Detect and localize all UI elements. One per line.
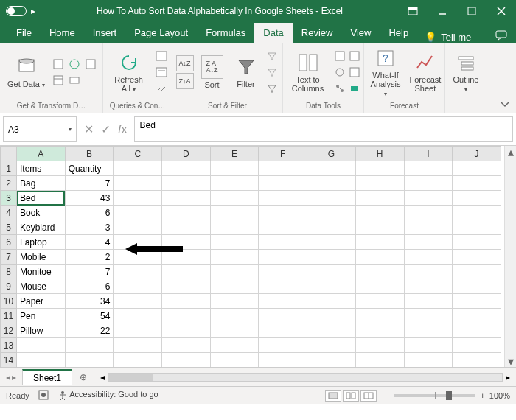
cell[interactable]	[259, 220, 307, 235]
cell[interactable]: 3	[65, 220, 114, 235]
formula-input[interactable]: Bed	[134, 116, 513, 142]
cell[interactable]	[114, 265, 162, 279]
cell[interactable]	[453, 161, 501, 176]
cell[interactable]: Monitoe	[17, 265, 66, 279]
from-web-icon[interactable]	[67, 57, 82, 71]
cell[interactable]	[162, 309, 211, 323]
minimize-button[interactable]	[428, 0, 457, 22]
consolidate-icon[interactable]	[347, 65, 362, 80]
cell[interactable]	[259, 191, 307, 206]
row-header[interactable]: 6	[1, 235, 17, 250]
tab-page-layout[interactable]: Page Layout	[125, 23, 197, 43]
data-validation-icon[interactable]	[332, 65, 347, 80]
cell[interactable]	[453, 220, 501, 235]
cell[interactable]	[404, 161, 453, 176]
cell[interactable]	[307, 235, 356, 250]
cell[interactable]	[162, 206, 211, 220]
cell[interactable]	[162, 191, 211, 206]
cell[interactable]	[453, 338, 501, 353]
cell[interactable]	[259, 250, 307, 265]
row-header[interactable]: 9	[1, 279, 17, 294]
cell[interactable]: Laptop	[17, 235, 66, 250]
cell[interactable]	[307, 294, 356, 309]
cell[interactable]	[162, 176, 211, 191]
cell[interactable]	[210, 161, 259, 176]
what-if-button[interactable]: ? What-If Analysis ▾	[366, 46, 405, 99]
from-text-icon[interactable]	[51, 57, 66, 71]
cell[interactable]	[210, 265, 259, 279]
zoom-in-button[interactable]: +	[480, 391, 484, 400]
cell[interactable]	[114, 220, 162, 235]
cell[interactable]	[259, 235, 307, 250]
scroll-down-icon[interactable]: ▾	[505, 355, 516, 367]
autosave-icon[interactable]	[6, 6, 27, 16]
cell[interactable]	[355, 191, 404, 206]
collapse-ribbon-icon[interactable]	[500, 101, 510, 110]
name-box[interactable]: A3 ▾	[3, 116, 77, 142]
qat-more-icon[interactable]: ▸	[31, 6, 35, 16]
cell[interactable]	[210, 279, 259, 294]
cell[interactable]	[259, 161, 307, 176]
zoom-slider[interactable]	[394, 394, 475, 397]
row-header[interactable]: 3	[1, 191, 17, 206]
cell[interactable]	[355, 206, 404, 220]
forecast-sheet-button[interactable]: Forecast Sheet	[408, 50, 442, 94]
cell[interactable]	[453, 323, 501, 338]
sort-desc-icon[interactable]: Z↓A	[176, 73, 194, 89]
zoom-level[interactable]: 100%	[489, 391, 510, 400]
cell[interactable]	[65, 353, 114, 368]
cell[interactable]	[355, 161, 404, 176]
filter-button[interactable]: Filter	[231, 55, 262, 90]
cell[interactable]	[404, 323, 453, 338]
cell[interactable]	[210, 338, 259, 353]
cell[interactable]	[404, 250, 453, 265]
cell[interactable]: 43	[65, 191, 114, 206]
worksheet-grid[interactable]: A B C D E F G H I J 1 Items Quantity 2 B…	[0, 146, 516, 367]
row-header[interactable]: 7	[1, 250, 17, 265]
col-header-b[interactable]: B	[65, 147, 114, 161]
get-data-button[interactable]: Get Data ▾	[4, 55, 48, 91]
vertical-scrollbar[interactable]: ▴ ▾	[504, 146, 516, 367]
cell[interactable]	[355, 353, 404, 368]
cell[interactable]: Bag	[17, 176, 66, 191]
namebox-dropdown-icon[interactable]: ▾	[69, 126, 72, 133]
cell[interactable]	[355, 279, 404, 294]
cell[interactable]	[453, 191, 501, 206]
cell[interactable]: 4	[65, 235, 114, 250]
cell[interactable]: 7	[65, 176, 114, 191]
data-model-icon[interactable]	[347, 81, 362, 96]
cell[interactable]	[404, 265, 453, 279]
cell[interactable]	[210, 176, 259, 191]
row-header[interactable]: 13	[1, 338, 17, 353]
col-header-a[interactable]: A	[17, 147, 66, 161]
cell[interactable]	[404, 176, 453, 191]
sheet-nav-next-icon[interactable]: ▸	[12, 372, 16, 382]
clear-filter-icon[interactable]	[265, 49, 279, 63]
scroll-right-icon[interactable]: ▸	[506, 372, 510, 382]
insert-function-icon[interactable]: fx	[118, 123, 127, 136]
cell[interactable]: Mouse	[17, 279, 66, 294]
col-header-g[interactable]: G	[307, 147, 356, 161]
row-header[interactable]: 2	[1, 176, 17, 191]
tab-view[interactable]: View	[341, 23, 380, 43]
cell[interactable]	[114, 338, 162, 353]
cell[interactable]: 22	[65, 323, 114, 338]
cell[interactable]	[307, 279, 356, 294]
tab-review[interactable]: Review	[293, 23, 342, 43]
cell[interactable]	[210, 191, 259, 206]
col-header-j[interactable]: J	[453, 147, 501, 161]
cell[interactable]	[114, 294, 162, 309]
cell[interactable]	[162, 294, 211, 309]
normal-view-button[interactable]	[325, 390, 341, 402]
cell[interactable]	[453, 309, 501, 323]
cell[interactable]	[259, 265, 307, 279]
cell[interactable]: 7	[65, 265, 114, 279]
row-header[interactable]: 4	[1, 206, 17, 220]
row-header[interactable]: 8	[1, 265, 17, 279]
scroll-left-icon[interactable]: ◂	[100, 372, 105, 382]
refresh-all-button[interactable]: Refresh All ▾	[106, 50, 151, 95]
cell[interactable]	[404, 294, 453, 309]
row-header[interactable]: 14	[1, 353, 17, 368]
sort-asc-icon[interactable]: A↓Z	[176, 55, 194, 71]
col-header-d[interactable]: D	[162, 147, 211, 161]
